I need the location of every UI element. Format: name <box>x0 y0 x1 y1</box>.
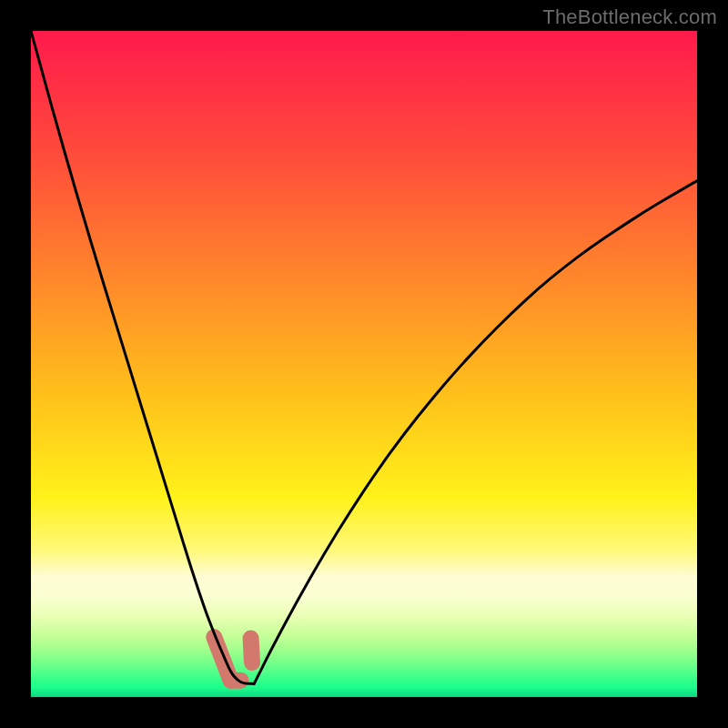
plot-area <box>31 31 697 697</box>
svg-line-2 <box>251 639 252 662</box>
plot-svg <box>31 31 697 697</box>
watermark-label: TheBottleneck.com <box>542 5 717 29</box>
chart-canvas: TheBottleneck.com <box>0 0 728 728</box>
gradient-background <box>31 31 697 697</box>
